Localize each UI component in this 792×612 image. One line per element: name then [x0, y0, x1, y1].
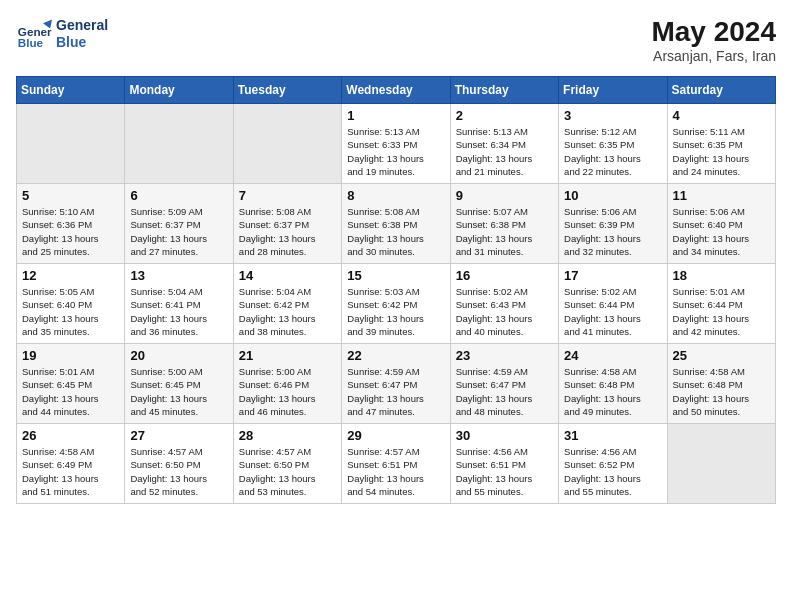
calendar-cell: 22Sunrise: 4:59 AMSunset: 6:47 PMDayligh… — [342, 344, 450, 424]
calendar-cell — [17, 104, 125, 184]
week-row-1: 1Sunrise: 5:13 AMSunset: 6:33 PMDaylight… — [17, 104, 776, 184]
day-info: Sunrise: 5:06 AMSunset: 6:40 PMDaylight:… — [673, 205, 770, 258]
day-info: Sunrise: 5:04 AMSunset: 6:42 PMDaylight:… — [239, 285, 336, 338]
logo-text-blue: Blue — [56, 34, 108, 51]
day-number: 6 — [130, 188, 227, 203]
calendar-cell: 26Sunrise: 4:58 AMSunset: 6:49 PMDayligh… — [17, 424, 125, 504]
day-number: 7 — [239, 188, 336, 203]
calendar-cell — [125, 104, 233, 184]
day-number: 13 — [130, 268, 227, 283]
day-number: 27 — [130, 428, 227, 443]
calendar-cell: 24Sunrise: 4:58 AMSunset: 6:48 PMDayligh… — [559, 344, 667, 424]
calendar-cell: 4Sunrise: 5:11 AMSunset: 6:35 PMDaylight… — [667, 104, 775, 184]
day-info: Sunrise: 4:58 AMSunset: 6:48 PMDaylight:… — [673, 365, 770, 418]
month-year-title: May 2024 — [651, 16, 776, 48]
calendar-cell: 16Sunrise: 5:02 AMSunset: 6:43 PMDayligh… — [450, 264, 558, 344]
calendar-cell: 30Sunrise: 4:56 AMSunset: 6:51 PMDayligh… — [450, 424, 558, 504]
day-number: 5 — [22, 188, 119, 203]
day-number: 16 — [456, 268, 553, 283]
day-number: 20 — [130, 348, 227, 363]
day-number: 1 — [347, 108, 444, 123]
day-number: 15 — [347, 268, 444, 283]
calendar-cell: 27Sunrise: 4:57 AMSunset: 6:50 PMDayligh… — [125, 424, 233, 504]
day-info: Sunrise: 5:13 AMSunset: 6:34 PMDaylight:… — [456, 125, 553, 178]
calendar-cell: 9Sunrise: 5:07 AMSunset: 6:38 PMDaylight… — [450, 184, 558, 264]
calendar-cell — [667, 424, 775, 504]
week-row-5: 26Sunrise: 4:58 AMSunset: 6:49 PMDayligh… — [17, 424, 776, 504]
calendar-cell: 14Sunrise: 5:04 AMSunset: 6:42 PMDayligh… — [233, 264, 341, 344]
day-info: Sunrise: 5:05 AMSunset: 6:40 PMDaylight:… — [22, 285, 119, 338]
day-info: Sunrise: 5:02 AMSunset: 6:43 PMDaylight:… — [456, 285, 553, 338]
calendar-cell: 17Sunrise: 5:02 AMSunset: 6:44 PMDayligh… — [559, 264, 667, 344]
day-info: Sunrise: 5:08 AMSunset: 6:38 PMDaylight:… — [347, 205, 444, 258]
page-header: General Blue General Blue May 2024 Arsan… — [16, 16, 776, 64]
header-saturday: Saturday — [667, 77, 775, 104]
day-number: 21 — [239, 348, 336, 363]
header-wednesday: Wednesday — [342, 77, 450, 104]
calendar-cell: 15Sunrise: 5:03 AMSunset: 6:42 PMDayligh… — [342, 264, 450, 344]
day-info: Sunrise: 5:01 AMSunset: 6:45 PMDaylight:… — [22, 365, 119, 418]
day-info: Sunrise: 4:58 AMSunset: 6:48 PMDaylight:… — [564, 365, 661, 418]
calendar-cell: 1Sunrise: 5:13 AMSunset: 6:33 PMDaylight… — [342, 104, 450, 184]
day-info: Sunrise: 4:56 AMSunset: 6:51 PMDaylight:… — [456, 445, 553, 498]
calendar-cell: 11Sunrise: 5:06 AMSunset: 6:40 PMDayligh… — [667, 184, 775, 264]
day-number: 11 — [673, 188, 770, 203]
day-info: Sunrise: 5:00 AMSunset: 6:46 PMDaylight:… — [239, 365, 336, 418]
day-number: 22 — [347, 348, 444, 363]
week-row-2: 5Sunrise: 5:10 AMSunset: 6:36 PMDaylight… — [17, 184, 776, 264]
calendar-cell: 25Sunrise: 4:58 AMSunset: 6:48 PMDayligh… — [667, 344, 775, 424]
logo: General Blue General Blue — [16, 16, 108, 52]
calendar-cell: 28Sunrise: 4:57 AMSunset: 6:50 PMDayligh… — [233, 424, 341, 504]
calendar-table: SundayMondayTuesdayWednesdayThursdayFrid… — [16, 76, 776, 504]
day-info: Sunrise: 4:57 AMSunset: 6:50 PMDaylight:… — [239, 445, 336, 498]
calendar-cell: 20Sunrise: 5:00 AMSunset: 6:45 PMDayligh… — [125, 344, 233, 424]
day-info: Sunrise: 4:58 AMSunset: 6:49 PMDaylight:… — [22, 445, 119, 498]
day-info: Sunrise: 5:10 AMSunset: 6:36 PMDaylight:… — [22, 205, 119, 258]
calendar-cell: 19Sunrise: 5:01 AMSunset: 6:45 PMDayligh… — [17, 344, 125, 424]
logo-icon: General Blue — [16, 16, 52, 52]
header-friday: Friday — [559, 77, 667, 104]
day-info: Sunrise: 5:09 AMSunset: 6:37 PMDaylight:… — [130, 205, 227, 258]
calendar-cell: 10Sunrise: 5:06 AMSunset: 6:39 PMDayligh… — [559, 184, 667, 264]
day-number: 9 — [456, 188, 553, 203]
day-info: Sunrise: 5:01 AMSunset: 6:44 PMDaylight:… — [673, 285, 770, 338]
day-info: Sunrise: 4:57 AMSunset: 6:51 PMDaylight:… — [347, 445, 444, 498]
day-number: 28 — [239, 428, 336, 443]
calendar-cell: 3Sunrise: 5:12 AMSunset: 6:35 PMDaylight… — [559, 104, 667, 184]
day-number: 12 — [22, 268, 119, 283]
calendar-cell: 2Sunrise: 5:13 AMSunset: 6:34 PMDaylight… — [450, 104, 558, 184]
day-info: Sunrise: 4:59 AMSunset: 6:47 PMDaylight:… — [347, 365, 444, 418]
header-tuesday: Tuesday — [233, 77, 341, 104]
calendar-body: 1Sunrise: 5:13 AMSunset: 6:33 PMDaylight… — [17, 104, 776, 504]
day-info: Sunrise: 5:02 AMSunset: 6:44 PMDaylight:… — [564, 285, 661, 338]
calendar-cell: 29Sunrise: 4:57 AMSunset: 6:51 PMDayligh… — [342, 424, 450, 504]
day-number: 25 — [673, 348, 770, 363]
title-block: May 2024 Arsanjan, Fars, Iran — [651, 16, 776, 64]
day-number: 30 — [456, 428, 553, 443]
day-number: 14 — [239, 268, 336, 283]
header-row: SundayMondayTuesdayWednesdayThursdayFrid… — [17, 77, 776, 104]
day-number: 4 — [673, 108, 770, 123]
day-info: Sunrise: 5:13 AMSunset: 6:33 PMDaylight:… — [347, 125, 444, 178]
calendar-header: SundayMondayTuesdayWednesdayThursdayFrid… — [17, 77, 776, 104]
calendar-cell: 8Sunrise: 5:08 AMSunset: 6:38 PMDaylight… — [342, 184, 450, 264]
day-number: 17 — [564, 268, 661, 283]
header-sunday: Sunday — [17, 77, 125, 104]
day-info: Sunrise: 5:00 AMSunset: 6:45 PMDaylight:… — [130, 365, 227, 418]
day-info: Sunrise: 5:06 AMSunset: 6:39 PMDaylight:… — [564, 205, 661, 258]
week-row-3: 12Sunrise: 5:05 AMSunset: 6:40 PMDayligh… — [17, 264, 776, 344]
calendar-cell: 23Sunrise: 4:59 AMSunset: 6:47 PMDayligh… — [450, 344, 558, 424]
day-number: 18 — [673, 268, 770, 283]
day-info: Sunrise: 4:56 AMSunset: 6:52 PMDaylight:… — [564, 445, 661, 498]
header-monday: Monday — [125, 77, 233, 104]
day-info: Sunrise: 5:07 AMSunset: 6:38 PMDaylight:… — [456, 205, 553, 258]
calendar-cell: 6Sunrise: 5:09 AMSunset: 6:37 PMDaylight… — [125, 184, 233, 264]
day-info: Sunrise: 4:57 AMSunset: 6:50 PMDaylight:… — [130, 445, 227, 498]
location-subtitle: Arsanjan, Fars, Iran — [651, 48, 776, 64]
day-number: 2 — [456, 108, 553, 123]
day-number: 26 — [22, 428, 119, 443]
day-info: Sunrise: 5:03 AMSunset: 6:42 PMDaylight:… — [347, 285, 444, 338]
day-number: 24 — [564, 348, 661, 363]
calendar-cell: 13Sunrise: 5:04 AMSunset: 6:41 PMDayligh… — [125, 264, 233, 344]
day-number: 29 — [347, 428, 444, 443]
